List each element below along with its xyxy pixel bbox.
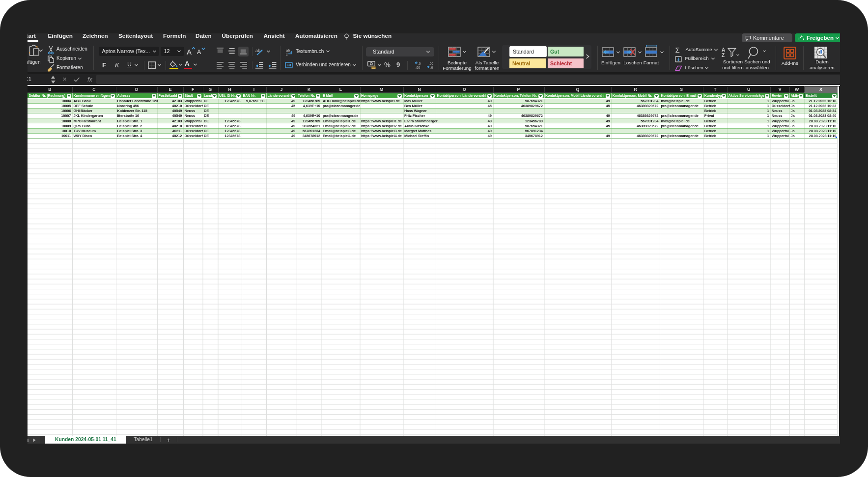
- svg-text:A: A: [722, 47, 725, 53]
- svg-text:,0: ,0: [418, 61, 421, 65]
- svg-text:,00: ,00: [416, 65, 420, 69]
- svg-text:c: c: [286, 52, 288, 56]
- svg-text:Z: Z: [722, 53, 725, 58]
- svg-text:,0: ,0: [430, 65, 433, 69]
- svg-text:,00: ,00: [429, 61, 433, 65]
